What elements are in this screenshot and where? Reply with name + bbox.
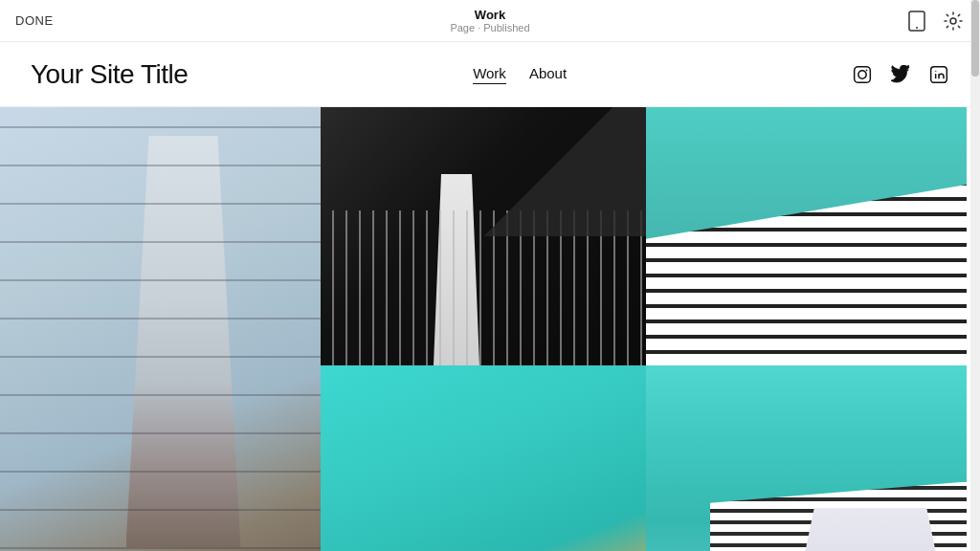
photo-5[interactable] [646,365,967,551]
page-status: Page · Published [450,22,529,33]
page-name: Work [450,8,529,23]
instagram-icon[interactable] [852,64,873,85]
linkedin-icon[interactable] [928,64,949,85]
settings-button[interactable] [942,10,965,33]
twitter-icon[interactable] [890,64,911,85]
done-button[interactable]: DONE [15,13,54,28]
photo-1[interactable] [0,107,321,551]
scrollbar-track[interactable] [970,0,980,551]
svg-point-4 [858,70,866,77]
svg-point-1 [916,27,918,29]
photo-2[interactable] [321,107,646,365]
top-bar-actions [905,10,965,33]
scrollbar-thumb[interactable] [971,0,979,77]
photo-grid [0,107,967,551]
svg-rect-3 [855,66,871,82]
nav-social [852,64,949,85]
svg-point-2 [950,18,956,24]
svg-point-5 [866,69,868,71]
nav-links: Work About [473,65,567,84]
mobile-preview-button[interactable] [905,10,928,33]
nav-link-about[interactable]: About [529,65,567,83]
site-title: Your Site Title [31,59,188,90]
page-info: Work Page · Published [450,8,529,34]
nav-link-work[interactable]: Work [473,65,506,84]
navbar: Your Site Title Work About [0,42,980,107]
photo-4[interactable] [321,365,646,551]
top-bar: DONE Work Page · Published [0,0,980,42]
photo-3[interactable] [646,107,967,365]
